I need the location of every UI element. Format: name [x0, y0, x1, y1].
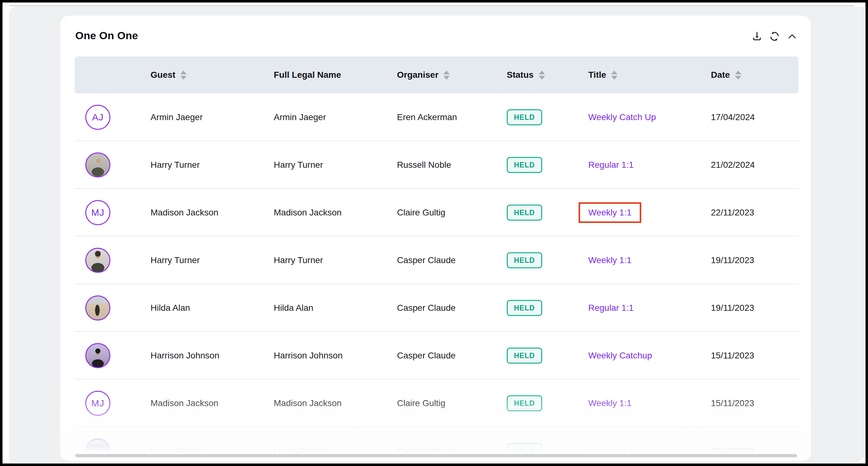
status-badge: HELD	[507, 205, 542, 221]
sort-arrows-icon	[735, 70, 741, 80]
column-header[interactable]: Organiser	[397, 70, 450, 80]
organiser-cell: Eren Ackerman	[397, 112, 457, 122]
status-badge: HELD	[507, 157, 542, 173]
guest-cell: Armin Jaeger	[151, 112, 203, 122]
guest-cell: Harry Turner	[151, 160, 200, 170]
avatar	[85, 343, 111, 368]
table-row: MJ Madison Jackson Madison Jackson Clair…	[60, 189, 811, 237]
table-row: Harry Turner Harry Turner Casper Claude …	[60, 237, 811, 284]
horizontal-scrollbar[interactable]	[75, 454, 797, 457]
organiser-cell: Claire Gultig	[397, 208, 445, 218]
avatar-cell: MJ	[85, 200, 111, 225]
avatar-cell: MJ	[85, 391, 111, 416]
title-cell: Regular 1:1	[588, 303, 634, 313]
sort-arrows-icon	[180, 70, 187, 80]
avatar-cell	[85, 343, 111, 368]
column-header[interactable]: Guest	[151, 70, 187, 80]
avatar-cell	[85, 438, 111, 461]
table-row: Harry Turner Harry Turner Russell Noble …	[60, 141, 811, 189]
table-row: Hilda Alan Hilda Alan Casper Claude HELD…	[60, 284, 811, 332]
full-legal-name-cell: Hilda Alan	[274, 303, 313, 313]
avatar-cell	[85, 152, 111, 178]
full-legal-name-cell: Madison Jackson	[274, 208, 341, 218]
date-cell: 21/02/2024	[711, 160, 755, 170]
title-cell: Weekly 1:1	[588, 398, 631, 408]
date-cell: 19/11/2023	[711, 303, 754, 313]
avatar-cell	[85, 296, 111, 320]
chevron-up-icon	[787, 31, 798, 42]
status-cell: HELD	[507, 252, 542, 269]
title-cell: Weekly Catch Up	[588, 112, 656, 122]
title-cell: Regular 1:1	[588, 160, 634, 170]
column-header-label: Organiser	[397, 70, 438, 80]
sort-arrows-icon	[443, 70, 450, 80]
avatar	[85, 438, 111, 461]
meeting-title-link[interactable]: Weekly 1:1	[588, 398, 631, 408]
refresh-icon	[769, 31, 780, 42]
full-legal-name-cell: Armin Jaeger	[274, 112, 326, 122]
table-row: MJ Madison Jackson Madison Jackson Clair…	[60, 379, 811, 427]
status-badge: HELD	[507, 252, 542, 269]
avatar-cell	[85, 248, 111, 273]
date-cell: 15/11/2023	[711, 398, 754, 408]
status-cell: HELD	[507, 300, 542, 316]
sort-arrows-icon	[539, 70, 545, 80]
full-legal-name-cell: Harry Turner	[274, 160, 323, 170]
date-cell: 19/11/2023	[711, 255, 754, 265]
card-toolbar	[751, 30, 798, 43]
guest-cell: Harry Turner	[151, 255, 200, 265]
page-title: One On One	[75, 29, 138, 42]
status-badge: HELD	[507, 110, 542, 125]
organiser-cell: Claire Gultig	[397, 398, 445, 408]
status-badge: HELD	[507, 396, 542, 411]
organiser-cell: Casper Claude	[397, 351, 456, 361]
avatar	[85, 152, 111, 178]
meeting-title-link[interactable]: Weekly 1:1	[579, 202, 641, 223]
meeting-title-link[interactable]: Regular 1:1	[588, 303, 634, 313]
column-header[interactable]: Date	[711, 70, 741, 80]
title-cell: Weekly 1:1	[588, 255, 631, 265]
meeting-title-link[interactable]: Regular 1:1	[588, 160, 634, 170]
guest-cell: Madison Jackson	[151, 208, 218, 218]
date-cell: 22/11/2023	[711, 208, 754, 218]
column-header[interactable]: Title	[588, 70, 617, 80]
column-header-label: Date	[711, 70, 730, 80]
guest-cell: Hilda Alan	[151, 303, 190, 313]
table-header-row: Guest Full Legal Name Organiser Status T…	[60, 57, 811, 93]
sort-arrows-icon	[611, 70, 617, 80]
full-legal-name-cell: Harrison Johnson	[274, 351, 342, 361]
full-legal-name-cell: Madison Jackson	[274, 398, 341, 408]
column-header[interactable]: Status	[507, 70, 545, 80]
app-background: One On One	[2, 2, 866, 464]
column-header-label: Guest	[151, 70, 175, 80]
meeting-title-link[interactable]: Weekly 1:1	[588, 255, 631, 265]
one-on-one-card: One On One	[60, 16, 811, 461]
table-row: Harrison Johnson Harrison Johnson Casper…	[60, 332, 811, 379]
organiser-cell: Casper Claude	[397, 255, 456, 265]
status-cell: HELD	[507, 110, 542, 125]
status-cell: HELD	[507, 396, 542, 411]
table-row: AJ Armin Jaeger Armin Jaeger Eren Ackerm…	[60, 93, 811, 141]
refresh-button[interactable]	[768, 30, 781, 43]
guest-cell: Harrison Johnson	[151, 351, 219, 361]
full-legal-name-cell: Harry Turner	[274, 255, 323, 265]
download-button[interactable]	[751, 30, 763, 43]
status-cell: HELD	[507, 205, 542, 221]
column-header[interactable]: Full Legal Name	[274, 70, 341, 80]
organiser-cell: Russell Noble	[397, 160, 451, 170]
date-cell: 15/11/2023	[711, 351, 754, 361]
meeting-title-link[interactable]: Weekly Catch Up	[588, 112, 656, 122]
meeting-title-link[interactable]: Weekly Catchup	[588, 351, 652, 361]
status-cell: HELD	[507, 348, 542, 364]
avatar-cell: AJ	[85, 105, 111, 130]
column-header-label: Full Legal Name	[274, 70, 341, 80]
screenshot-frame: One On One	[0, 0, 868, 466]
status-badge: HELD	[507, 300, 542, 316]
avatar	[85, 296, 111, 320]
date-cell: 17/04/2024	[711, 112, 755, 122]
organiser-cell: Casper Claude	[397, 303, 456, 313]
collapse-button[interactable]	[786, 30, 798, 43]
guest-cell: Madison Jackson	[151, 398, 218, 408]
avatar: MJ	[85, 200, 111, 225]
column-header-label: Status	[507, 70, 534, 80]
